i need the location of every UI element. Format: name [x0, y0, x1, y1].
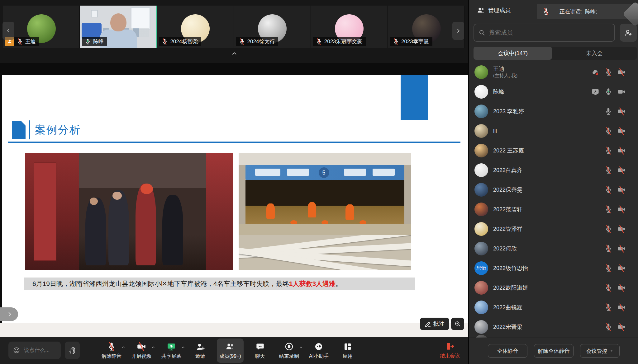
cam-off-icon[interactable] [617, 68, 626, 76]
member-name: 2022欧阳淑婧 [493, 284, 528, 291]
tab-not-joined[interactable]: 未入会 [552, 47, 637, 60]
zoom-in-button[interactable] [451, 318, 464, 330]
video-tile[interactable]: 2023朱冠宇文豪 [311, 6, 388, 48]
member-row[interactable]: 思怡 2022级竹思怡 [469, 258, 638, 278]
caret-icon[interactable] [298, 345, 303, 350]
cam-off-icon[interactable] [617, 205, 626, 213]
caption-period: 。 [336, 280, 342, 287]
windows-taskbar: WSP 中S 2025/7/3 [0, 323, 468, 337]
strip-collapse-button[interactable] [227, 49, 241, 58]
caret-icon[interactable] [151, 345, 156, 350]
participant-name: 2023朱冠宇文豪 [324, 38, 363, 45]
slide-nav-pill[interactable] [0, 307, 18, 321]
mic-muted-icon[interactable] [604, 186, 612, 194]
mic-muted-icon[interactable] [604, 127, 612, 135]
member-sub: (主持人, 我) [493, 72, 517, 78]
participant-label: 2024徐太行 [236, 37, 279, 46]
cam-off-icon[interactable] [617, 127, 626, 135]
cam-off-icon[interactable] [617, 245, 626, 253]
screen-share-icon[interactable] [591, 88, 599, 96]
cam-off-icon[interactable] [617, 323, 626, 331]
mic-muted-icon[interactable] [604, 264, 612, 272]
cloud-record-icon[interactable] [591, 68, 599, 76]
member-row[interactable]: 2022曲锐霆 [469, 297, 638, 317]
member-row[interactable]: 王迪 (主持人, 我) [469, 62, 638, 82]
toolbar-button-label: 成员(99+) [219, 353, 241, 360]
mic-muted-white-icon [239, 38, 245, 45]
caret-icon[interactable] [181, 345, 186, 350]
member-row[interactable]: 2022宋晋梁 [469, 317, 638, 337]
video-person-head [110, 13, 126, 31]
cam-on-icon[interactable] [617, 88, 626, 96]
member-row[interactable]: 2022保善雯 [469, 180, 638, 199]
toolbar-button[interactable]: 聊天 [249, 338, 272, 363]
cam-off-icon[interactable] [617, 107, 626, 115]
cam-off-icon[interactable] [617, 225, 626, 233]
footer-button[interactable]: 解除全体静音 [534, 344, 574, 358]
quick-message-input[interactable] [23, 347, 58, 354]
mic-muted-icon[interactable] [604, 323, 612, 331]
member-row[interactable]: 2022欧阳淑婧 [469, 278, 638, 297]
toolbar-button[interactable]: 开启视频 [129, 338, 154, 363]
toolbar-button[interactable]: 应用 [336, 338, 359, 363]
footer-button[interactable]: 全体静音 [488, 344, 527, 358]
photo-indoor-rescue [25, 153, 233, 270]
toolbar-button[interactable]: 解除静音 [99, 338, 124, 363]
video-tile[interactable]: 陈峰 [80, 6, 157, 48]
footer-button[interactable]: 会议管控 [580, 344, 620, 358]
toolbar-button[interactable]: 共享屏幕 [159, 338, 184, 363]
mic-muted-icon[interactable] [604, 245, 612, 253]
cam-off-icon[interactable] [617, 166, 626, 174]
member-row[interactable]: 2023 李雅婷 [469, 101, 638, 121]
participant-label: 陈峰 [82, 37, 107, 46]
toolbar-button[interactable]: 结束录制 [277, 338, 302, 363]
mic-muted-icon[interactable] [604, 225, 612, 233]
add-member-button[interactable] [620, 24, 637, 42]
video-tile[interactable]: 王迪 [3, 6, 80, 48]
mic-muted-icon[interactable] [604, 205, 612, 213]
member-row[interactable]: 2022 王苏庭 [469, 141, 638, 160]
member-row[interactable]: 2022范碧轩 [469, 199, 638, 219]
participant-name: 2023孝宇晨 [401, 38, 429, 45]
member-status-icons [604, 323, 626, 331]
annotate-button[interactable]: 批注 [420, 318, 449, 330]
toolbar-button[interactable]: 成员(99+) [217, 338, 244, 363]
cam-off-icon[interactable] [617, 264, 626, 272]
member-row[interactable]: 陈峰 [469, 82, 638, 101]
video-strip: 王迪 陈峰 [0, 0, 468, 63]
cam-off-icon[interactable] [617, 147, 626, 155]
slide-title-icon [12, 121, 26, 139]
cam-off-icon[interactable] [617, 303, 626, 311]
member-name: lll [493, 128, 497, 134]
member-status-icons [591, 88, 626, 96]
toolbar-button[interactable]: AI小助手 [307, 338, 331, 363]
cam-off-icon[interactable] [617, 284, 626, 292]
member-row[interactable]: 2022白真齐 [469, 160, 638, 180]
mic-on-green-icon[interactable] [604, 88, 612, 96]
caret-down-icon [609, 349, 614, 353]
member-row[interactable]: lll [469, 121, 638, 141]
member-row[interactable]: 2022何欣 [469, 239, 638, 258]
participant-label: 2024杨智尧 [159, 37, 201, 46]
mic-muted-icon[interactable] [604, 68, 612, 76]
tab-in-meeting[interactable]: 会议中(147) [474, 47, 552, 60]
raise-hand-button[interactable] [65, 342, 80, 359]
mic-muted-icon[interactable] [604, 284, 612, 292]
end-meeting-button[interactable]: 结束会议 [436, 338, 464, 362]
toolbar-button-label: 开启视频 [131, 353, 151, 360]
member-row[interactable]: 2022管泽祥 [469, 219, 638, 239]
quick-message-pill[interactable] [8, 342, 61, 359]
mic-on-icon[interactable] [604, 107, 612, 115]
mic-muted-icon[interactable] [604, 147, 612, 155]
toolbar-button[interactable]: 邀请 [189, 338, 212, 363]
member-search-box[interactable] [474, 24, 615, 42]
cam-off-icon[interactable] [617, 186, 626, 194]
mic-muted-icon[interactable] [604, 303, 612, 311]
mic-muted-icon[interactable] [604, 166, 612, 174]
caret-icon[interactable] [121, 345, 126, 350]
strip-scroll-left-button[interactable] [2, 22, 14, 40]
video-tile[interactable]: 2024杨智尧 [157, 6, 234, 48]
member-search-input[interactable] [488, 29, 601, 36]
strip-scroll-right-button[interactable] [452, 22, 464, 40]
video-tile[interactable]: 2024徐太行 [234, 6, 311, 48]
